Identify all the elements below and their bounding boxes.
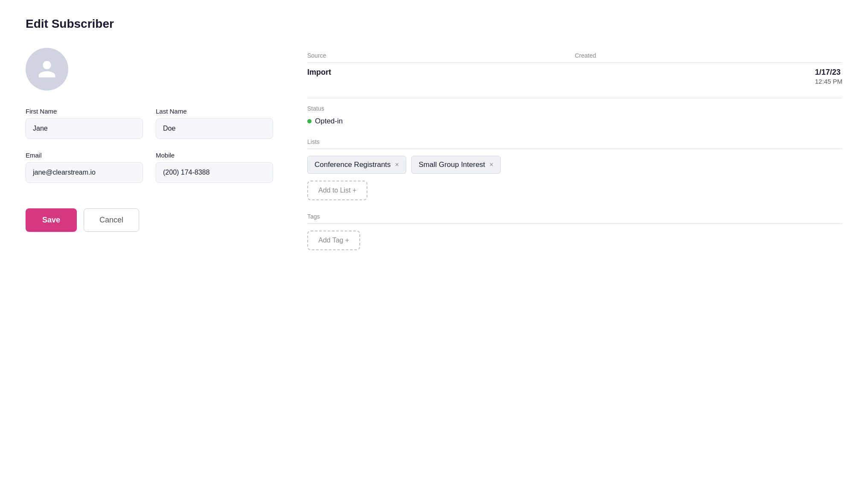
tags-header: Tags — [307, 213, 842, 224]
list-item-label: Conference Registrants — [315, 161, 391, 169]
lists-header: Lists — [307, 138, 842, 149]
avatar — [26, 48, 68, 91]
mobile-input[interactable] — [156, 162, 273, 183]
created-time: 12:45 PM — [815, 78, 842, 85]
last-name-input[interactable] — [156, 118, 273, 139]
status-dot — [307, 119, 312, 123]
first-name-group: First Name — [26, 108, 143, 139]
user-icon — [37, 59, 57, 79]
remove-small-group-interest-button[interactable]: × — [489, 161, 493, 168]
save-button[interactable]: Save — [26, 208, 77, 232]
mobile-label: Mobile — [156, 152, 273, 159]
remove-conference-registrants-button[interactable]: × — [395, 161, 399, 168]
last-name-group: Last Name — [156, 108, 273, 139]
source-created-section: Source Created Import 1/17/23 12:45 PM — [307, 52, 842, 85]
left-panel: First Name Last Name Email Mobile Save C… — [26, 48, 273, 250]
right-panel: Source Created Import 1/17/23 12:45 PM S… — [307, 48, 842, 250]
name-row: First Name Last Name — [26, 108, 273, 139]
status-value: Opted-in — [315, 117, 343, 126]
status-divider — [307, 98, 842, 98]
tags-list: Conference Registrants × Small Group Int… — [307, 156, 842, 174]
source-value: Import — [307, 68, 815, 85]
add-tag-button[interactable]: Add Tag + — [307, 231, 360, 250]
last-name-label: Last Name — [156, 108, 273, 115]
status-label: Status — [307, 105, 842, 112]
add-to-list-button[interactable]: Add to List + — [307, 181, 367, 200]
status-row: Opted-in — [307, 117, 842, 126]
list-item-label: Small Group Interest — [419, 161, 485, 169]
lists-section: Lists Conference Registrants × Small Gro… — [307, 138, 842, 200]
created-date: 1/17/23 — [815, 68, 842, 77]
first-name-label: First Name — [26, 108, 143, 115]
avatar-container — [26, 48, 273, 91]
created-header: Created — [575, 52, 842, 59]
source-created-value-row: Import 1/17/23 12:45 PM — [307, 68, 842, 85]
created-value-group: 1/17/23 12:45 PM — [815, 68, 842, 85]
list-item: Conference Registrants × — [307, 156, 406, 174]
mobile-group: Mobile — [156, 152, 273, 183]
contact-row: Email Mobile — [26, 152, 273, 183]
email-input[interactable] — [26, 162, 143, 183]
source-header: Source — [307, 52, 575, 59]
tags-section: Tags Add Tag + — [307, 213, 842, 250]
list-item: Small Group Interest × — [411, 156, 501, 174]
status-section: Status Opted-in — [307, 98, 842, 126]
button-row: Save Cancel — [26, 208, 273, 232]
cancel-button[interactable]: Cancel — [84, 208, 139, 232]
email-group: Email — [26, 152, 143, 183]
email-label: Email — [26, 152, 143, 159]
source-created-header-row: Source Created — [307, 52, 842, 63]
page-title: Edit Subscriber — [26, 17, 842, 31]
first-name-input[interactable] — [26, 118, 143, 139]
